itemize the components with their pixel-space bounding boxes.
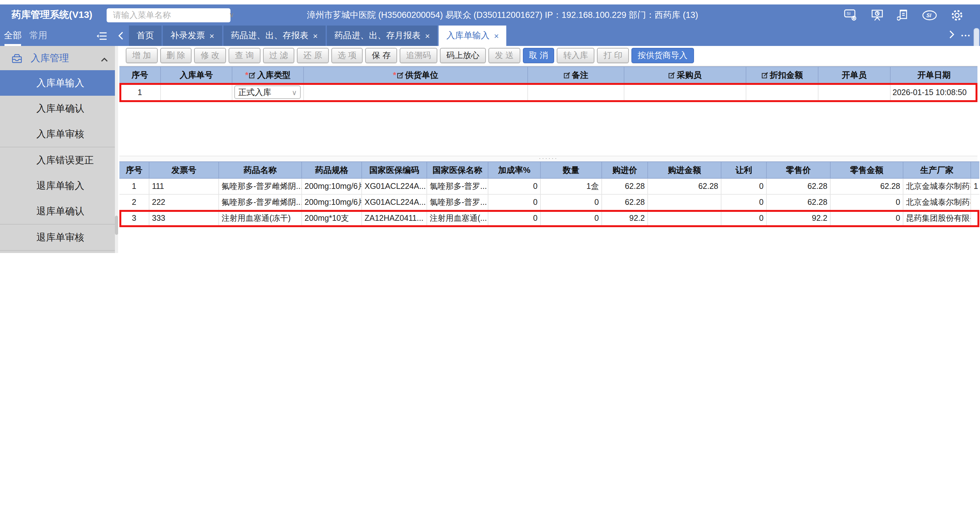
cell: 0 bbox=[488, 179, 541, 195]
column-header[interactable]: 数量 bbox=[541, 162, 602, 179]
detail-row[interactable]: 1 111 氟喹那多-普罗雌烯阴... 200mg:10mg/6片 XG01AC… bbox=[119, 179, 979, 195]
order-table-header: 序号 入库单号 *入库类型 *供货单位 备注 采购员 折扣金额 开单员 开单日期 bbox=[119, 67, 977, 84]
dashboard-icon[interactable] bbox=[871, 9, 884, 21]
column-header[interactable]: 零售价 bbox=[767, 162, 830, 179]
column-header[interactable]: 让利 bbox=[721, 162, 767, 179]
detail-row-selected[interactable]: 3 333 注射用血塞通(冻干) 200mg*10支 ZA12HAZ0411..… bbox=[119, 211, 979, 227]
svg-text:SI: SI bbox=[926, 13, 931, 18]
si-badge-icon[interactable]: SI bbox=[922, 9, 937, 21]
column-header[interactable]: 采购员 bbox=[624, 67, 746, 84]
panel-splitter-handle[interactable]: ······ bbox=[119, 156, 977, 162]
add-button[interactable]: 增 加 bbox=[126, 48, 158, 63]
column-header[interactable]: 药品规格 bbox=[302, 162, 362, 179]
sidebar-item-tuikudan-shuru[interactable]: 退库单输入 bbox=[0, 173, 118, 198]
cell: 昆药集团股份有限公司 bbox=[904, 211, 971, 227]
sidebar-item-ruku-cuowu[interactable]: 入库错误更正 bbox=[0, 147, 118, 173]
app-window: 药库管理系统(V13) ∨ 漳州市芗城中医院 (H35060200054) 易联… bbox=[0, 0, 980, 253]
column-header[interactable]: 购进价 bbox=[602, 162, 648, 179]
column-header[interactable]: 国家医保编码 bbox=[362, 162, 427, 179]
tab-home[interactable]: 首页 bbox=[129, 25, 162, 46]
cell: ZA12HAZ0411... bbox=[362, 211, 427, 227]
close-icon[interactable]: × bbox=[209, 31, 214, 41]
required-asterisk: * bbox=[245, 70, 248, 80]
order-table-row[interactable]: 1 正式入库∨ 2026-01-15 10:08:50 bbox=[119, 84, 977, 102]
column-header[interactable]: *入库类型 bbox=[232, 67, 304, 84]
nav-tab-bar: 全部 常用 首页 补录发票× 药品进、出、存报表× 药品进、出、存月报表× 入库… bbox=[0, 25, 980, 46]
sidebar-item-rukudan-queren[interactable]: 入库单确认 bbox=[0, 96, 118, 121]
column-header[interactable]: *供货单位 bbox=[304, 67, 528, 84]
tabs-overflow-controls: ••• bbox=[948, 25, 971, 46]
save-button[interactable]: 保 存 bbox=[366, 48, 397, 63]
trace-code-button[interactable]: 追溯码 bbox=[400, 48, 438, 63]
header-icons: SI SI bbox=[844, 9, 963, 21]
cell: 氟喹那多-普罗雌烯阴... bbox=[219, 179, 302, 195]
column-header[interactable]: 入库单号 bbox=[161, 67, 232, 84]
close-icon[interactable]: × bbox=[425, 31, 430, 41]
delete-button[interactable]: 删 除 bbox=[160, 48, 191, 63]
tab-report[interactable]: 药品进、出、存报表× bbox=[223, 25, 325, 46]
collapse-menu-icon[interactable] bbox=[91, 25, 112, 46]
tab-bulufapiao[interactable]: 补录发票× bbox=[163, 25, 222, 46]
column-header[interactable]: 购进金额 bbox=[648, 162, 721, 179]
close-icon[interactable]: × bbox=[494, 31, 499, 41]
chevron-down-icon[interactable]: ∨ bbox=[229, 11, 234, 19]
cell: 200mg:10mg/6片 bbox=[302, 195, 362, 211]
tabs-scroll-right-icon[interactable] bbox=[948, 30, 955, 41]
filter-button[interactable]: 过 滤 bbox=[263, 48, 294, 63]
sidebar-item-rukudan-shenhe[interactable]: 入库单审核 bbox=[0, 121, 118, 147]
cell: 92.2 bbox=[602, 211, 648, 227]
tabs-scroll-left-icon[interactable] bbox=[112, 25, 129, 46]
sidebar-item-tuikudan-queren[interactable]: 退库单确认 bbox=[0, 198, 118, 224]
column-header[interactable]: 发票号 bbox=[150, 162, 219, 179]
settings-gear-icon[interactable] bbox=[951, 9, 963, 21]
modify-button[interactable]: 修 改 bbox=[194, 48, 226, 63]
options-button[interactable]: 选 项 bbox=[331, 48, 363, 63]
sql-monitor-icon[interactable]: SI bbox=[844, 9, 858, 21]
column-header[interactable]: 零售金额 bbox=[830, 162, 904, 179]
cell: 注射用血塞通(冻干) bbox=[219, 211, 302, 227]
close-icon[interactable]: × bbox=[313, 31, 318, 41]
transfer-in-button[interactable]: 转入库 bbox=[557, 48, 595, 63]
column-header[interactable]: 加成率% bbox=[488, 162, 541, 179]
column-header[interactable]: 生产厂家 bbox=[904, 162, 971, 179]
import-by-supplier-button[interactable]: 按供货商导入 bbox=[632, 48, 694, 63]
stock-in-type-select[interactable]: 正式入库∨ bbox=[234, 86, 301, 99]
cancel-button[interactable]: 取 消 bbox=[523, 48, 554, 63]
receipt-icon[interactable] bbox=[897, 9, 908, 21]
detail-row[interactable]: 2 222 氟喹那多-普罗雌烯阴... 200mg:10mg/6片 XG01AC… bbox=[119, 195, 979, 211]
column-header[interactable]: 国家医保名称 bbox=[427, 162, 488, 179]
remark-cell bbox=[528, 84, 624, 102]
tab-rukudan-shuru[interactable]: 入库单输入× bbox=[439, 25, 507, 46]
sidebar-item-fukuan-print[interactable]: 付款通知书打印 bbox=[0, 250, 118, 253]
restore-button[interactable]: 还 原 bbox=[297, 48, 328, 63]
app-title: 药库管理系统(V13) bbox=[11, 9, 92, 21]
column-header[interactable]: 序号 bbox=[119, 67, 161, 84]
menu-search-input[interactable] bbox=[111, 10, 226, 21]
sidebar-filter-frequent[interactable]: 常用 bbox=[25, 25, 51, 46]
column-header[interactable]: 序号 bbox=[119, 162, 150, 179]
sidebar-filter-all[interactable]: 全部 bbox=[0, 25, 25, 46]
sidebar-group-ruku[interactable]: 入库管理 bbox=[0, 46, 118, 70]
cell: XG01ACL224A... bbox=[362, 179, 427, 195]
column-header[interactable]: 折扣金额 bbox=[746, 67, 818, 84]
menu-search-combo[interactable]: ∨ bbox=[106, 8, 230, 22]
cell: 注射用血塞通(... bbox=[427, 211, 488, 227]
column-header[interactable]: 开单日期 bbox=[891, 67, 977, 84]
send-button[interactable]: 发 送 bbox=[488, 48, 520, 63]
column-header[interactable]: 药品名称 bbox=[219, 162, 302, 179]
more-tabs-icon[interactable]: ••• bbox=[961, 33, 971, 39]
sidebar-item-tuikudan-shenhe[interactable]: 退库单审核 bbox=[0, 224, 118, 250]
cell: 200mg:10mg/6片 bbox=[302, 179, 362, 195]
mashangfangxin-button[interactable]: 码上放心 bbox=[440, 48, 486, 63]
sidebar-item-rukudan-shuru[interactable]: 入库单输入 bbox=[0, 70, 118, 96]
buyer-cell bbox=[624, 84, 746, 102]
sidebar-scrollbar[interactable] bbox=[115, 46, 118, 253]
required-asterisk: * bbox=[393, 70, 396, 80]
column-header[interactable]: 备注 bbox=[528, 67, 624, 84]
cell: 0 bbox=[830, 211, 904, 227]
column-header[interactable]: 开单员 bbox=[818, 67, 891, 84]
print-button[interactable]: 打 印 bbox=[597, 48, 629, 63]
sidebar-scrollbar-thumb[interactable] bbox=[115, 216, 118, 235]
tab-month-report[interactable]: 药品进、出、存月报表× bbox=[326, 25, 438, 46]
query-button[interactable]: 查 询 bbox=[229, 48, 260, 63]
